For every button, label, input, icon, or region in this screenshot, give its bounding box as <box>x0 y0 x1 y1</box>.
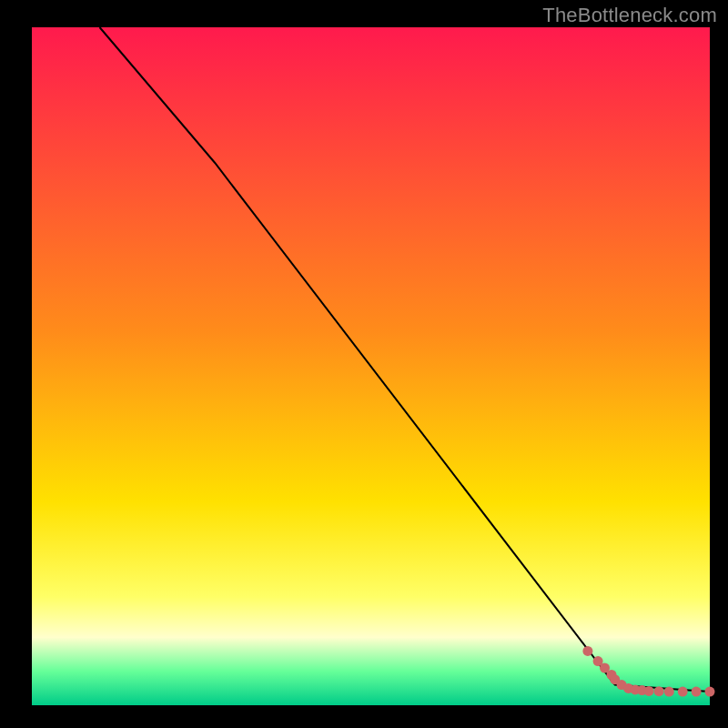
chart-stage: TheBottleneck.com <box>0 0 728 728</box>
chart-marker <box>582 646 592 656</box>
chart-marker <box>705 687 715 697</box>
chart-marker <box>644 686 654 696</box>
chart-marker <box>678 687 688 697</box>
bottleneck-chart <box>0 0 728 728</box>
chart-marker <box>654 686 664 696</box>
chart-marker <box>692 687 702 697</box>
attribution-text: TheBottleneck.com <box>542 4 717 27</box>
chart-marker <box>664 687 674 697</box>
